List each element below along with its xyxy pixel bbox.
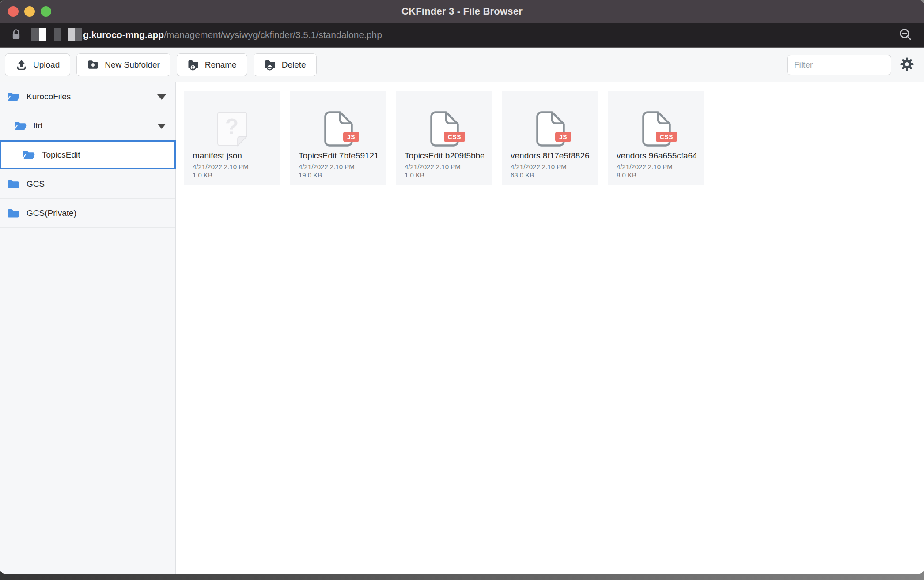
sidebar-item-label: GCS [27, 179, 45, 189]
minimize-window-button[interactable] [24, 6, 35, 17]
rename-button[interactable]: Rename [177, 53, 247, 76]
folder-plus-icon [87, 59, 99, 71]
zoom-window-button[interactable] [41, 6, 51, 17]
file-type-badge: JS [555, 132, 571, 142]
file-type-badge: JS [343, 132, 359, 142]
file-name: vendors.96a655cfa64… [617, 151, 696, 161]
delete-button-label: Delete [282, 60, 306, 70]
sidebar-item-ltd[interactable]: ltd [0, 111, 175, 140]
file-size: 19.0 KB [299, 171, 378, 179]
file-date: 4/21/2022 2:10 PM [617, 163, 696, 170]
sidebar-item-label: TopicsEdit [42, 150, 80, 160]
collapse-caret-icon[interactable] [157, 94, 166, 100]
delete-button[interactable]: Delete [254, 53, 317, 76]
file-name: TopicsEdit.7bfe59121… [299, 151, 378, 161]
traffic-lights [8, 0, 51, 23]
file-card-vendors-css[interactable]: CSS vendors.96a655cfa64… 4/21/2022 2:10 … [608, 91, 704, 185]
js-file-icon: JS [536, 111, 565, 147]
window-title: CKFinder 3 - File Browser [401, 6, 523, 17]
file-date: 4/21/2022 2:10 PM [193, 163, 272, 170]
sidebar-item-gcs-private[interactable]: GCS(Private) [0, 199, 175, 228]
file-date: 4/21/2022 2:10 PM [299, 163, 378, 170]
collapse-caret-icon[interactable] [157, 124, 166, 129]
title-bar: CKFinder 3 - File Browser [0, 0, 924, 23]
filter-input[interactable] [787, 55, 891, 75]
unknown-file-icon: ? [217, 111, 248, 147]
open-folder-icon [22, 150, 35, 160]
new-subfolder-button[interactable]: New Subfolder [76, 53, 170, 76]
file-grid: ? manifest.json 4/21/2022 2:10 PM 1.0 KB [176, 82, 924, 574]
close-window-button[interactable] [8, 6, 19, 17]
screen: CKFinder 3 - File Browser g.kuroco-mng.a… [0, 0, 924, 580]
content-area: KurocoFiles ltd [0, 82, 924, 574]
upload-button-label: Upload [33, 60, 60, 70]
file-name: manifest.json [193, 151, 272, 161]
folder-delete-icon [264, 59, 276, 71]
upload-button[interactable]: Upload [5, 53, 70, 76]
closed-folder-icon [7, 208, 20, 218]
settings-button[interactable] [898, 56, 916, 74]
url-domain: g.kuroco-mng.app [83, 30, 164, 40]
file-date: 4/21/2022 2:10 PM [511, 163, 590, 170]
sidebar-item-kurocofiles[interactable]: KurocoFiles [0, 82, 175, 111]
open-folder-icon [14, 121, 27, 131]
sidebar-item-label: GCS(Private) [27, 208, 76, 218]
ckfinder-window: CKFinder 3 - File Browser g.kuroco-mng.a… [0, 0, 924, 574]
file-date: 4/21/2022 2:10 PM [405, 163, 484, 170]
sidebar-item-gcs[interactable]: GCS [0, 169, 175, 199]
file-card-manifest-json[interactable]: ? manifest.json 4/21/2022 2:10 PM 1.0 KB [184, 91, 280, 185]
folder-tree: KurocoFiles ltd [0, 82, 176, 574]
file-name: TopicsEdit.b209f5bbe… [405, 151, 484, 161]
file-size: 63.0 KB [511, 171, 590, 179]
file-card-vendors-js[interactable]: JS vendors.8f17e5f8826… 4/21/2022 2:10 P… [502, 91, 598, 185]
url-path: /management/wysiwyg/ckfinder/3.5.1/stand… [164, 30, 382, 40]
file-card-topicsedit-js[interactable]: JS TopicsEdit.7bfe59121… 4/21/2022 2:10 … [290, 91, 386, 185]
closed-folder-icon [7, 179, 20, 189]
rename-button-label: Rename [205, 60, 237, 70]
new-subfolder-button-label: New Subfolder [105, 60, 160, 70]
redacted-text [31, 28, 82, 41]
open-folder-icon [7, 91, 20, 102]
file-size: 1.0 KB [193, 171, 272, 179]
file-size: 1.0 KB [405, 171, 484, 179]
file-size: 8.0 KB [617, 171, 696, 179]
file-type-badge: CSS [656, 132, 677, 142]
svg-text:?: ? [225, 114, 239, 139]
gear-icon [900, 57, 914, 72]
sidebar-item-label: KurocoFiles [27, 92, 71, 102]
address-bar[interactable]: g.kuroco-mng.app/management/wysiwyg/ckfi… [0, 23, 924, 48]
toolbar: Upload New Subfolder [0, 48, 924, 82]
lock-icon[interactable] [11, 29, 21, 41]
js-file-icon: JS [324, 111, 353, 147]
zoom-search-icon[interactable] [898, 28, 913, 42]
file-card-topicsedit-css[interactable]: CSS TopicsEdit.b209f5bbe… 4/21/2022 2:10… [396, 91, 492, 185]
css-file-icon: CSS [430, 111, 459, 147]
upload-icon [15, 59, 27, 71]
sidebar-item-label: ltd [34, 121, 42, 131]
file-name: vendors.8f17e5f8826… [511, 151, 590, 161]
sidebar-item-topicsedit[interactable]: TopicsEdit [0, 140, 176, 169]
css-file-icon: CSS [642, 111, 671, 147]
folder-rename-icon [187, 59, 199, 71]
file-type-badge: CSS [444, 132, 465, 142]
